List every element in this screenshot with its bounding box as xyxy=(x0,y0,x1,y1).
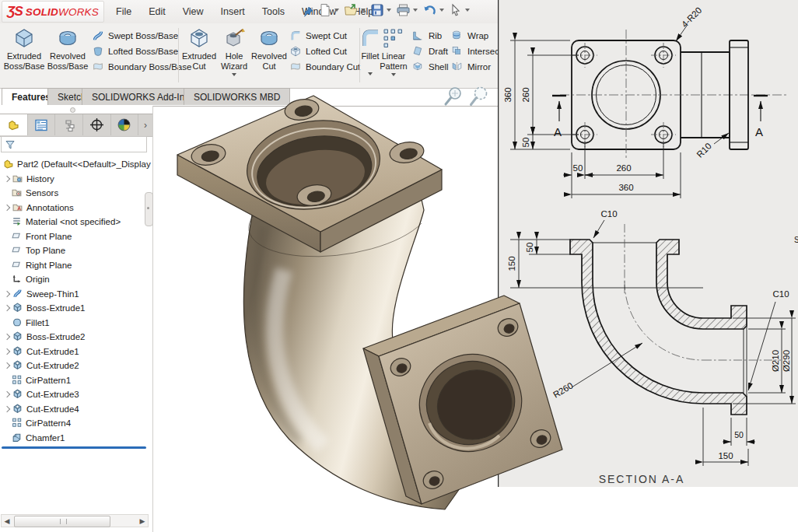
panel-tab-overflow-chevron[interactable]: › xyxy=(138,114,152,136)
boundary-cut-button[interactable]: Boundary Cut xyxy=(289,61,360,73)
select-button[interactable] xyxy=(448,2,471,18)
rollback-bar[interactable] xyxy=(2,446,146,449)
linear-pattern-button[interactable]: Linear Pattern xyxy=(377,26,410,76)
lofted-cut-button[interactable]: Lofted Cut xyxy=(289,45,360,58)
lofted-boss-button[interactable]: Lofted Boss/Base xyxy=(92,45,191,58)
expand-arrow-icon[interactable] xyxy=(4,362,10,368)
extruded-cut-button[interactable]: Extruded Cut xyxy=(181,26,217,71)
display-manager-tab[interactable] xyxy=(111,114,139,135)
scroll-left-arrow[interactable]: ◀ xyxy=(2,515,12,527)
dropdown-caret-icon[interactable] xyxy=(368,72,373,75)
tree-item-cirpattern4[interactable]: CirPattern4 xyxy=(0,415,152,430)
expand-arrow-icon[interactable] xyxy=(4,405,10,411)
tree-item-cut-extrude4[interactable]: Cut-Extrude4 xyxy=(0,401,152,416)
dropdown-caret-icon[interactable] xyxy=(387,9,391,12)
menu-tools[interactable]: Tools xyxy=(260,5,287,19)
dropdown-caret-icon[interactable] xyxy=(334,9,339,12)
tab-solidworks-mbd[interactable]: SOLIDWORKS MBD xyxy=(184,88,290,105)
dropdown-caret-icon[interactable] xyxy=(439,9,444,12)
tree-item-chamfer1[interactable]: Chamfer1 xyxy=(0,430,152,445)
dropdown-caret-icon[interactable] xyxy=(413,9,418,12)
zoom-to-area-icon[interactable] xyxy=(468,86,489,107)
tree-item-front-plane[interactable]: Front Plane xyxy=(0,229,152,243)
svg-text:150: 150 xyxy=(718,451,733,460)
mirror-button[interactable]: Mirror xyxy=(451,61,502,73)
bore-inner-highlight xyxy=(429,423,499,449)
pin-menu-icon[interactable] xyxy=(302,5,314,18)
zoom-to-fit-icon[interactable] xyxy=(443,86,464,107)
tree-item-cirpattern1[interactable]: CirPattern1 xyxy=(0,373,152,387)
new-document-button[interactable] xyxy=(317,2,340,18)
revolved-cut-button[interactable]: Revolved Cut xyxy=(251,26,287,71)
tree-item-boss-extrude1[interactable]: Boss-Extrude1 xyxy=(0,300,152,315)
extruded-boss-button[interactable]: Extruded Boss/Base xyxy=(3,26,45,71)
panel-splitter-handle[interactable] xyxy=(145,192,153,226)
menu-file[interactable]: File xyxy=(114,5,134,19)
tree-item-sweep-thin1[interactable]: Sweep-Thin1 xyxy=(0,286,152,301)
open-button[interactable] xyxy=(343,2,366,18)
tree-item-boss-extrude2[interactable]: Boss-Extrude2 xyxy=(0,329,152,344)
expand-arrow-icon[interactable] xyxy=(4,333,10,339)
tree-item-right-plane[interactable]: Right Plane xyxy=(0,257,152,272)
top-flange xyxy=(177,96,442,252)
display-manager-icon xyxy=(117,117,131,132)
intersect-button[interactable]: Intersect xyxy=(451,45,502,58)
dropdown-caret-icon[interactable] xyxy=(465,9,470,12)
property-manager-tab[interactable] xyxy=(28,114,56,135)
tree-item-annotations[interactable]: Annotations xyxy=(0,200,152,215)
tree-filter-field[interactable] xyxy=(1,136,147,152)
feature-manager-tab[interactable] xyxy=(0,114,28,135)
scrollbar-thumb[interactable] xyxy=(14,516,110,527)
tree-item-cut-extrude3[interactable]: Cut-Extrude3 xyxy=(0,387,152,401)
sweep-icon xyxy=(12,288,23,299)
expand-arrow-icon[interactable] xyxy=(4,290,10,296)
rib-button[interactable]: Rib xyxy=(412,30,449,42)
draft-button[interactable]: Draft xyxy=(412,45,449,58)
quick-access-toolbar xyxy=(317,2,471,18)
expand-arrow-icon[interactable] xyxy=(4,204,10,210)
tree-item-history[interactable]: History xyxy=(0,171,152,186)
revolved-cut-icon xyxy=(257,26,281,50)
expand-arrow-icon[interactable] xyxy=(4,390,10,397)
configuration-manager-tab[interactable] xyxy=(55,114,83,135)
solidworks-logo: ƷS SOLIDWORKS xyxy=(2,1,104,23)
expand-arrow-icon[interactable] xyxy=(4,175,10,181)
hole-wizard-button[interactable]: Hole Wizard xyxy=(219,26,250,76)
tree-item-sensors[interactable]: Sensors xyxy=(0,185,152,200)
wrap-button[interactable]: Wrap xyxy=(451,30,502,42)
expand-arrow-icon[interactable] xyxy=(4,304,10,310)
dropdown-caret-icon[interactable] xyxy=(232,73,236,76)
revolved-boss-button[interactable]: Revolved Boss/Base xyxy=(47,26,89,71)
swept-boss-button[interactable]: Swept Boss/Base xyxy=(92,30,191,42)
print-button[interactable] xyxy=(395,2,418,18)
tree-item-material[interactable]: Material <not specified> xyxy=(0,214,152,229)
shell-button[interactable]: Shell xyxy=(412,61,449,73)
menu-insert[interactable]: Insert xyxy=(219,5,247,19)
revolved-boss-icon xyxy=(56,26,79,50)
draft-icon xyxy=(412,45,425,58)
tree-item-cut-extrude1[interactable]: Cut-Extrude1 xyxy=(0,344,152,359)
dropdown-caret-icon[interactable] xyxy=(361,9,366,12)
tab-solidworks-add-ins[interactable]: SOLIDWORKS Add-Ins xyxy=(82,88,199,105)
boundary-boss-button[interactable]: Boundary Boss/Base xyxy=(92,61,191,73)
cut-extrude-icon xyxy=(12,388,23,400)
scroll-right-arrow[interactable]: ▶ xyxy=(137,515,148,527)
expand-arrow-icon[interactable] xyxy=(4,348,10,354)
tree-root-part[interactable]: Part2 (Default<<Default>_Display xyxy=(0,156,152,171)
panel-splitter-dot[interactable] xyxy=(70,107,75,113)
horizontal-scrollbar[interactable]: ◀ ▶ xyxy=(1,514,149,527)
swept-cut-icon xyxy=(289,30,302,42)
boss-extrude-icon xyxy=(12,302,23,313)
tree-item-top-plane[interactable]: Top Plane xyxy=(0,243,152,257)
tree-item-origin[interactable]: Origin xyxy=(0,271,152,286)
menu-view[interactable]: View xyxy=(180,5,206,19)
swept-cut-button[interactable]: Swept Cut xyxy=(289,30,360,42)
dropdown-caret-icon[interactable] xyxy=(391,73,396,76)
tree-item-cut-extrude2[interactable]: Cut-Extrude2 xyxy=(0,358,152,373)
undo-button[interactable] xyxy=(422,2,445,18)
dim-xpert-tab[interactable] xyxy=(83,114,111,135)
save-button[interactable] xyxy=(369,2,392,18)
tree-item-fillet1[interactable]: Fillet1 xyxy=(0,315,152,330)
menu-edit[interactable]: Edit xyxy=(146,5,168,19)
linear-pattern-icon xyxy=(382,26,405,50)
